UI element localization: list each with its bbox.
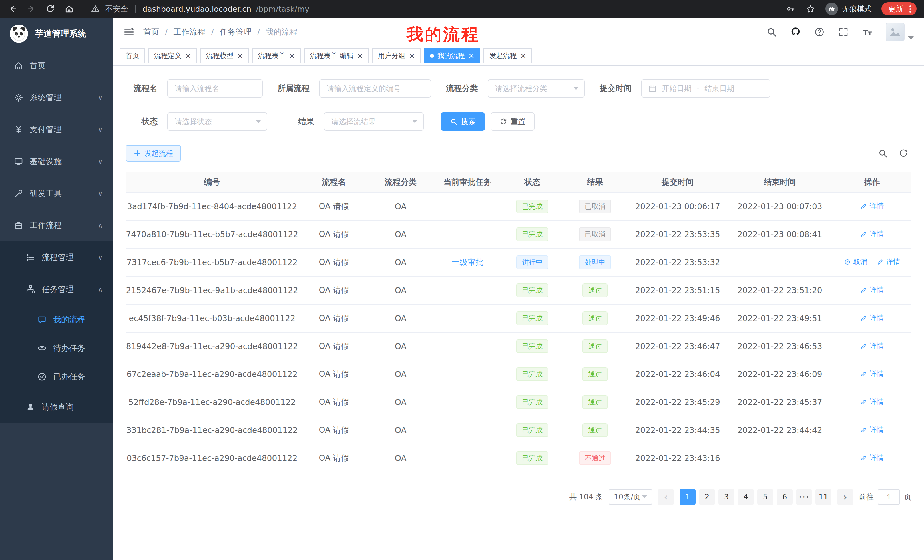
sidebar-item-home[interactable]: 首页 — [0, 49, 113, 82]
next-page-button[interactable]: › — [837, 489, 853, 505]
edit-icon — [860, 370, 867, 377]
kebab-menu-icon[interactable] — [908, 5, 913, 13]
url-path: /bpm/task/my — [256, 4, 309, 13]
sidebar-item-system[interactable]: 系统管理 ∨ — [0, 82, 113, 114]
toggle-search-icon[interactable] — [877, 148, 889, 159]
close-icon[interactable]: × — [409, 52, 415, 59]
close-icon[interactable]: × — [357, 52, 363, 59]
sidebar-item-leave-query[interactable]: 请假查询 — [0, 391, 113, 423]
cell-current-task — [432, 444, 503, 472]
reset-button[interactable]: 重置 — [490, 112, 534, 131]
task-link[interactable]: 一级审批 — [452, 258, 483, 267]
sidebar-item-my-process[interactable]: 我的流程 — [0, 305, 113, 334]
detail-action[interactable]: 详情 — [860, 341, 884, 350]
refresh-button[interactable] — [45, 4, 56, 14]
result-badge: 通过 — [582, 339, 608, 353]
close-icon[interactable]: × — [520, 52, 526, 59]
page-button[interactable]: 3 — [718, 489, 734, 505]
sidebar-item-workflow[interactable]: 工作流程 ∧ — [0, 210, 113, 241]
sidebar-item-task-mgmt[interactable]: 任务管理 ∧ — [0, 273, 113, 305]
prev-page-button[interactable]: ‹ — [658, 489, 674, 505]
goto-suffix: 页 — [904, 492, 911, 502]
detail-action[interactable]: 详情 — [860, 285, 884, 295]
total-count: 共 104 条 — [569, 492, 603, 502]
sidebar-item-done-tasks[interactable]: 已办任务 — [0, 362, 113, 391]
detail-action[interactable]: 详情 — [860, 313, 884, 322]
sidebar-item-infra[interactable]: 基础设施 ∨ — [0, 145, 113, 178]
briefcase-icon — [14, 221, 23, 231]
page-button[interactable]: 2 — [699, 489, 715, 505]
detail-action[interactable]: 详情 — [860, 397, 884, 406]
close-icon[interactable]: × — [237, 52, 243, 59]
page-size-select[interactable]: 10条/页 — [609, 489, 652, 505]
result-filter-select[interactable]: 请选择流结果 — [324, 112, 424, 131]
sidebar-item-devtools[interactable]: 研发工具 ∨ — [0, 178, 113, 210]
refresh-table-icon[interactable] — [898, 148, 909, 159]
bookmark-star-icon[interactable] — [806, 4, 816, 14]
help-icon[interactable] — [814, 26, 825, 38]
process-filter-input[interactable] — [319, 79, 431, 97]
cell-actions: 取消 详情 — [833, 248, 911, 276]
breadcrumb-item[interactable]: 工作流程 — [159, 27, 205, 37]
detail-action[interactable]: 详情 — [860, 229, 884, 239]
tag-view-tab[interactable]: 流程模型 × — [201, 48, 249, 63]
password-key-icon[interactable] — [786, 4, 796, 14]
close-icon[interactable]: × — [468, 52, 475, 59]
font-size-icon[interactable] — [862, 26, 873, 38]
eye-icon — [37, 343, 47, 353]
user-avatar[interactable] — [886, 22, 914, 41]
breadcrumb: 首页工作流程任务管理我的流程 — [143, 27, 297, 37]
tag-view-tab[interactable]: 流程表单 × — [252, 48, 301, 63]
breadcrumb-item[interactable]: 我的流程 — [252, 27, 297, 37]
column-header: 操作 — [833, 172, 911, 192]
search-button[interactable]: 搜索 — [441, 112, 485, 131]
sidebar-item-payment[interactable]: 支付管理 ∨ — [0, 114, 113, 145]
tag-view-tab[interactable]: 发起流程 × — [483, 48, 532, 63]
category-filter-select[interactable]: 请选择流程分类 — [488, 79, 585, 97]
forward-button[interactable] — [26, 4, 36, 14]
page-button[interactable]: 11 — [816, 489, 831, 505]
close-icon[interactable]: × — [289, 52, 295, 59]
goto-page-input[interactable] — [878, 489, 900, 505]
tag-view-tab[interactable]: 用户分组 × — [372, 48, 421, 63]
home-button[interactable] — [64, 4, 74, 14]
breadcrumb-item[interactable]: 首页 — [143, 27, 159, 37]
github-icon[interactable] — [790, 26, 801, 38]
sidebar-item-process-mgmt[interactable]: 流程管理 ∨ — [0, 241, 113, 273]
cell-status: 已完成 — [503, 332, 562, 360]
detail-action[interactable]: 详情 — [877, 257, 900, 267]
page-button[interactable]: ••• — [796, 489, 812, 505]
search-icon — [450, 118, 458, 125]
address-bar[interactable]: 不安全 dashboard.yudao.iocoder.cn/bpm/task/… — [90, 4, 309, 14]
close-icon[interactable]: × — [185, 52, 191, 59]
detail-action[interactable]: 详情 — [860, 425, 884, 434]
back-button[interactable] — [8, 4, 18, 14]
cell-current-task: 一级审批 — [432, 248, 503, 276]
date-range-picker[interactable]: 开始日期 - 结束日期 — [641, 79, 770, 97]
sidebar-item-todo-tasks[interactable]: 待办任务 — [0, 334, 113, 362]
page-button[interactable]: 5 — [757, 489, 773, 505]
cell-current-task — [432, 388, 503, 416]
status-filter-select[interactable]: 请选择状态 — [167, 112, 267, 131]
detail-action[interactable]: 详情 — [860, 201, 884, 211]
cell-submit-time: 2022-01-22 23:45:29 — [628, 388, 727, 416]
detail-action[interactable]: 详情 — [860, 453, 884, 463]
page-button[interactable]: 4 — [738, 489, 754, 505]
cancel-action[interactable]: 取消 — [844, 257, 867, 267]
column-header: 结果 — [562, 172, 628, 192]
detail-action[interactable]: 详情 — [860, 369, 884, 379]
name-filter-input[interactable] — [167, 79, 263, 97]
create-process-button[interactable]: 发起流程 — [126, 145, 181, 162]
search-icon[interactable] — [766, 26, 777, 38]
hamburger-icon[interactable] — [123, 26, 135, 38]
page-button[interactable]: 6 — [777, 489, 793, 505]
tag-view-tab[interactable]: 流程定义 × — [148, 48, 197, 63]
tag-view-tab[interactable]: 首页 × — [120, 48, 145, 63]
fullscreen-icon[interactable] — [838, 26, 849, 38]
page-button[interactable]: 1 — [680, 489, 696, 505]
tag-view-tab[interactable]: 流程表单-编辑 × — [304, 48, 369, 63]
table-row: 2152467e-7b9b-11ec-9a1b-acde48001122 OA … — [126, 276, 911, 304]
tag-view-tab[interactable]: 我的流程 × — [424, 48, 480, 63]
update-button[interactable]: 更新 — [882, 2, 916, 15]
breadcrumb-item[interactable]: 任务管理 — [205, 27, 251, 37]
